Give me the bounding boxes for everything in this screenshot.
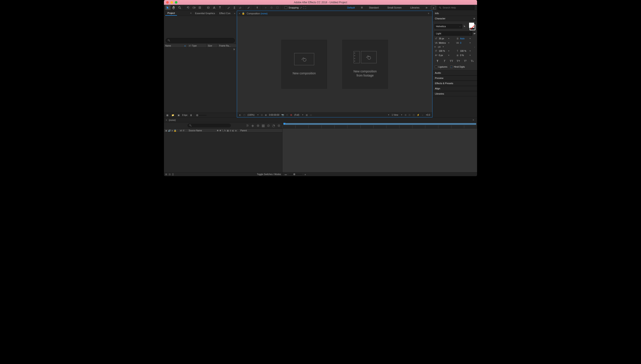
puppet-tool[interactable] [254, 5, 260, 10]
snap-bounds-icon[interactable]: ⛶ [303, 6, 306, 9]
roto-brush-tool[interactable] [246, 5, 251, 10]
close-window-button[interactable] [166, 1, 169, 4]
mask-icon[interactable]: ▭ [310, 114, 312, 116]
swap-colors-icon[interactable]: ⇄ [474, 32, 475, 35]
project-tab-menu-icon[interactable]: ≡ [190, 12, 192, 14]
solo-switch-icon[interactable]: ● [172, 130, 173, 132]
dropdown-icon[interactable]: ▼ [257, 114, 259, 116]
work-area-bar[interactable] [283, 123, 476, 125]
stroke-over-fill-dropdown[interactable]: ⌄ [474, 46, 475, 48]
shy-icon[interactable]: ⊕ [256, 124, 260, 127]
essential-graphics-tab[interactable]: Essential Graphics [193, 11, 217, 16]
timeline-search[interactable] [188, 124, 231, 128]
dropdown-icon[interactable]: ▼ [469, 42, 471, 44]
workspace-default[interactable]: Default [343, 5, 359, 11]
lock-switch-icon[interactable]: 🔒 [174, 130, 176, 132]
brackets-icon[interactable]: {} [172, 173, 174, 176]
faux-bold-button[interactable]: T [435, 59, 440, 63]
project-items-list[interactable]: ⚞ [164, 48, 236, 113]
dropdown-icon[interactable]: ▼ [442, 46, 444, 48]
baseline-value[interactable]: 0 px [439, 54, 446, 56]
snap-collapse-icon[interactable]: ⤢ [300, 6, 302, 9]
tracking-value[interactable]: 0 [460, 42, 468, 44]
col-parent[interactable]: Parent [240, 130, 247, 132]
align-panel-header[interactable]: Align [433, 86, 477, 91]
switch-frameblend-icon[interactable]: ▦ [227, 130, 229, 132]
leading-value[interactable]: Auto [460, 38, 468, 40]
stroke-width-value[interactable]: - px [437, 46, 441, 48]
snapshot-icon[interactable]: 📷 [281, 114, 284, 116]
transparency-grid-icon[interactable]: ▦ [306, 114, 308, 116]
new-composition-button[interactable]: New composition [281, 40, 327, 89]
project-search[interactable] [166, 38, 235, 43]
workspace-overflow-icon[interactable]: » [424, 6, 429, 10]
dropdown-icon[interactable]: ▼ [302, 114, 304, 116]
search-help-box[interactable] [438, 6, 474, 10]
exposure-value[interactable]: +0.0 [426, 114, 430, 116]
effects-presets-panel-header[interactable]: Effects & Presets [433, 81, 477, 86]
delete-icon[interactable]: 🗑 [189, 114, 193, 117]
col-source-name[interactable]: Source Name [189, 130, 202, 132]
small-caps-button[interactable]: Tᴛ [456, 59, 460, 63]
snapping-checkbox[interactable] [284, 6, 287, 9]
timecode[interactable]: 0:00:00:00 [269, 114, 279, 116]
lock-icon[interactable]: 🔒 [242, 12, 245, 15]
hand-tool[interactable] [171, 5, 176, 10]
vscale-value[interactable]: 100 % [439, 50, 446, 52]
pan-behind-tool[interactable] [197, 5, 202, 10]
col-frame-rate[interactable]: Frame Ra... [218, 44, 236, 48]
roi-icon[interactable]: ▣ [265, 114, 267, 116]
color-mgmt-icon[interactable]: ✿ [290, 114, 292, 116]
frame-blend-icon[interactable]: ▦ [261, 124, 265, 127]
camera-tool[interactable] [191, 5, 196, 10]
pen-tool[interactable] [212, 5, 217, 10]
toggle-switches-modes[interactable]: Toggle Switches / Modes [257, 173, 281, 176]
maximize-window-button[interactable] [175, 1, 178, 4]
pixel-aspect-icon[interactable]: ◫ [413, 114, 415, 116]
kerning-value[interactable]: Metrics [439, 42, 446, 44]
timeline-zoom-slider[interactable] [289, 174, 302, 174]
dropdown-icon[interactable]: ▼ [401, 114, 402, 116]
interpret-footage-icon[interactable]: ▦ [165, 114, 169, 117]
brush-tool[interactable] [226, 5, 231, 10]
magnification-icon[interactable]: ◐ [239, 114, 241, 116]
switch-motionblur-icon[interactable]: ⊘ [230, 130, 231, 132]
brainstorm-icon[interactable]: ⊚ [277, 124, 280, 127]
character-panel-header[interactable]: Character≡ [433, 16, 477, 21]
view-layout[interactable]: 1 View [392, 114, 398, 116]
local-axis-icon[interactable] [263, 5, 268, 10]
font-family-select[interactable]: Helvetica⌄ [434, 24, 462, 28]
rectangle-tool[interactable] [206, 5, 211, 10]
new-comp-icon[interactable]: ▣ [176, 114, 180, 117]
ruler-icon[interactable]: ☷ [408, 114, 410, 116]
panel-overflow-icon[interactable]: » [233, 12, 236, 14]
zoom-level[interactable]: (100%) [248, 114, 254, 116]
workspace-libraries[interactable]: Libraries [406, 5, 424, 11]
minimize-window-button[interactable] [170, 1, 173, 4]
close-timeline-tab-icon[interactable]: × [166, 119, 167, 121]
audio-switch-icon[interactable]: 🔊 [168, 130, 171, 132]
new-folder-icon[interactable]: 📁 [171, 114, 175, 117]
video-switch-icon[interactable]: ◉ [165, 130, 167, 132]
col-number[interactable]: # [183, 130, 184, 132]
toggle-switches-icon[interactable]: ⊡ [169, 173, 170, 176]
col-size[interactable]: Size [206, 44, 218, 48]
switch-shy-icon[interactable]: ✱ [217, 130, 218, 132]
superscript-button[interactable]: T¹ [463, 59, 468, 63]
hindi-digits-checkbox[interactable]: ✓Hindi Digits [450, 66, 465, 68]
info-panel-header[interactable]: Info [433, 11, 477, 16]
workspace-small-screen[interactable]: Small Screen [383, 5, 406, 11]
timeline-tab-menu-icon[interactable]: ≡ [473, 119, 474, 121]
font-style-select[interactable]: Light⌄ [434, 31, 472, 36]
timeline-tab-label[interactable]: (none) [169, 119, 176, 121]
subscript-button[interactable]: T₁ [470, 59, 474, 63]
view-axis-icon[interactable] [275, 5, 280, 10]
switch-quality-icon[interactable]: ╲ [222, 130, 223, 132]
audio-panel-header[interactable]: Audio [433, 70, 477, 76]
workspace-default-menu-icon[interactable]: ≡ [359, 6, 364, 10]
type-tool[interactable]: T [218, 5, 223, 10]
bpc-label[interactable]: 8 bpc [182, 114, 188, 116]
expand-icon[interactable]: ⊞ [165, 173, 167, 176]
effect-controls-tab[interactable]: Effect Con [217, 11, 233, 16]
thumbnail-size-slider[interactable] [196, 115, 206, 116]
